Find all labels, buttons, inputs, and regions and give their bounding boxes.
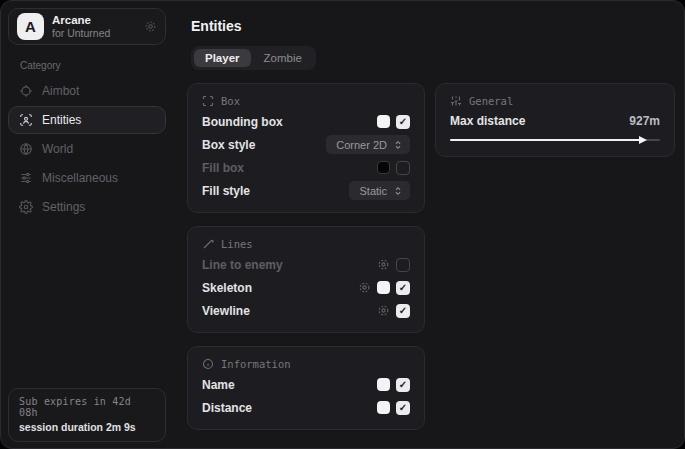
card-lines-header: Lines: [202, 237, 410, 250]
row-box-style: Box style Corner 2D: [202, 133, 410, 156]
card-box-header: Box: [202, 94, 410, 107]
row-fill-style: Fill style Static: [202, 179, 410, 202]
card-information-header: Information: [202, 357, 410, 370]
card-header-label: Box: [221, 95, 240, 107]
row-bounding-box: Bounding box ✓: [202, 110, 410, 133]
checkbox-checked[interactable]: ✓: [396, 281, 410, 295]
row-label: Max distance: [450, 114, 525, 128]
chevron-up-down-icon: [393, 140, 403, 150]
max-distance-value: 927m: [629, 114, 660, 128]
sidebar-item-entities[interactable]: Entities: [8, 106, 166, 134]
sidebar-item-label: Entities: [42, 113, 81, 127]
row-viewline: Viewline ✓: [202, 299, 410, 322]
sidebar-item-label: Aimbot: [42, 84, 79, 98]
info-icon: [202, 358, 214, 370]
slider-fill: [450, 139, 645, 141]
card-general-header: General: [450, 94, 660, 107]
app-name: Arcane: [52, 14, 110, 27]
color-swatch[interactable]: [377, 401, 390, 414]
pencil-line-icon: [202, 238, 214, 250]
box-style-dropdown[interactable]: Corner 2D: [326, 135, 410, 154]
card-information: Information Name ✓ Distance ✓: [187, 346, 425, 430]
color-swatch[interactable]: [377, 115, 390, 128]
dropdown-value: Static: [359, 185, 387, 197]
card-header-label: Lines: [221, 238, 253, 250]
subscription-info: Sub expires in 42d 08h session duration …: [8, 388, 166, 442]
gear-icon[interactable]: [144, 20, 157, 33]
dropdown-value: Corner 2D: [336, 139, 387, 151]
sub-expiry-text: Sub expires in 42d 08h: [19, 396, 155, 418]
row-label: Bounding box: [202, 115, 283, 129]
sidebar-item-aimbot[interactable]: Aimbot: [8, 77, 166, 105]
card-box: Box Bounding box ✓ Box style Corner 2D: [187, 83, 425, 213]
gear-icon[interactable]: [377, 304, 390, 317]
sidebar-nav: Aimbot Entities World Miscellaneous: [8, 77, 166, 221]
row-label: Distance: [202, 401, 252, 415]
sidebar-item-world[interactable]: World: [8, 135, 166, 163]
crosshair-icon: [19, 84, 33, 98]
max-distance-slider[interactable]: [450, 134, 660, 146]
row-skeleton: Skeleton ✓: [202, 276, 410, 299]
card-general: General Max distance 927m: [435, 83, 675, 157]
app-window: A Arcane for Unturned Category Aimbot: [0, 0, 685, 449]
gear-icon[interactable]: [358, 281, 371, 294]
row-label: Fill style: [202, 184, 250, 198]
checkbox-unchecked[interactable]: [396, 258, 410, 272]
app-logo: A: [17, 13, 44, 40]
chevron-up-down-icon: [393, 186, 403, 196]
row-max-distance: Max distance 927m: [450, 110, 660, 131]
gear-icon[interactable]: [377, 258, 390, 271]
row-distance: Distance ✓: [202, 396, 410, 419]
app-subtitle: for Unturned: [52, 27, 110, 39]
row-label: Name: [202, 378, 235, 392]
sidebar-item-label: Settings: [42, 200, 85, 214]
entities-icon: [19, 113, 33, 127]
page-title: Entities: [191, 18, 675, 34]
slider-thumb[interactable]: [639, 136, 647, 144]
checkbox-checked[interactable]: ✓: [396, 378, 410, 392]
row-label: Viewline: [202, 304, 250, 318]
sidebar: A Arcane for Unturned Category Aimbot: [1, 1, 172, 448]
sliders-icon: [19, 171, 33, 185]
checkbox-checked[interactable]: ✓: [396, 304, 410, 318]
checkbox-checked[interactable]: ✓: [396, 401, 410, 415]
row-name: Name ✓: [202, 373, 410, 396]
sidebar-item-label: Miscellaneous: [42, 171, 118, 185]
card-lines: Lines Line to enemy Skeleton: [187, 226, 425, 333]
sidebar-item-miscellaneous[interactable]: Miscellaneous: [8, 164, 166, 192]
checkbox-unchecked[interactable]: [396, 161, 410, 175]
sidebar-item-settings[interactable]: Settings: [8, 193, 166, 221]
color-swatch[interactable]: [377, 281, 390, 294]
row-fill-box: Fill box: [202, 156, 410, 179]
session-duration-text: session duration 2m 9s: [19, 421, 155, 433]
row-line-to-enemy: Line to enemy: [202, 253, 410, 276]
card-header-label: Information: [221, 358, 291, 370]
row-label: Box style: [202, 138, 255, 152]
sidebar-item-label: World: [42, 142, 73, 156]
fill-style-dropdown[interactable]: Static: [349, 181, 410, 200]
category-label: Category: [20, 60, 166, 71]
box-corners-icon: [202, 95, 214, 107]
sliders-icon: [450, 95, 462, 107]
app-title-block: Arcane for Unturned: [52, 14, 110, 39]
gear-icon: [19, 200, 33, 214]
card-header-label: General: [469, 95, 513, 107]
color-swatch[interactable]: [377, 378, 390, 391]
row-label: Skeleton: [202, 281, 252, 295]
app-header: A Arcane for Unturned: [8, 8, 166, 45]
tab-bar: Player Zombie: [191, 46, 316, 70]
tab-zombie[interactable]: Zombie: [253, 49, 313, 67]
main-panel: Entities Player Zombie Box Bounding box: [172, 1, 685, 448]
row-label: Fill box: [202, 161, 244, 175]
row-label: Line to enemy: [202, 258, 283, 272]
color-swatch[interactable]: [377, 161, 390, 174]
checkbox-checked[interactable]: ✓: [396, 115, 410, 129]
tab-player[interactable]: Player: [194, 49, 251, 67]
globe-icon: [19, 142, 33, 156]
